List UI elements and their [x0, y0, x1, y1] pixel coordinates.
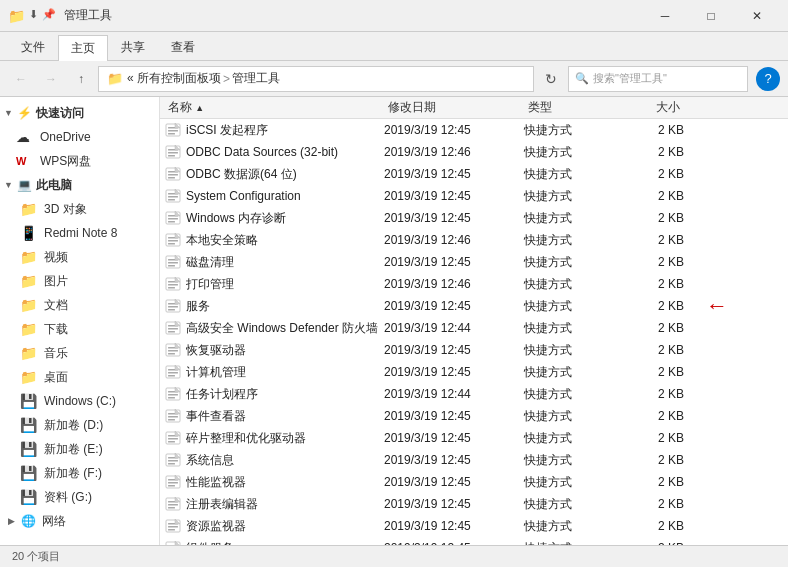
sidebar-item-f-drive[interactable]: 💾 新加卷 (F:) [12, 461, 159, 485]
table-row[interactable]: 注册表编辑器 2019/3/19 12:45 快捷方式 2 KB [160, 493, 788, 515]
table-row[interactable]: 事件查看器 2019/3/19 12:45 快捷方式 2 KB [160, 405, 788, 427]
sidebar-item-g-drive[interactable]: 💾 资料 (G:) [12, 485, 159, 509]
tab-view[interactable]: 查看 [158, 34, 208, 60]
table-row[interactable]: 打印管理 2019/3/19 12:46 快捷方式 2 KB [160, 273, 788, 295]
table-row[interactable]: 系统信息 2019/3/19 12:45 快捷方式 2 KB [160, 449, 788, 471]
pictures-label: 图片 [44, 273, 151, 290]
table-row[interactable]: 恢复驱动器 2019/3/19 12:45 快捷方式 2 KB [160, 339, 788, 361]
sidebar-item-documents[interactable]: 📁 文档 [12, 293, 159, 317]
svg-rect-58 [168, 438, 178, 440]
table-row[interactable]: Windows 内存诊断 2019/3/19 12:45 快捷方式 2 KB [160, 207, 788, 229]
file-size: 2 KB [624, 255, 684, 269]
folder-3d-icon: 📁 [20, 201, 38, 217]
file-name: 任务计划程序 [186, 386, 258, 403]
up-button[interactable]: ↑ [68, 66, 94, 92]
table-row[interactable]: System Configuration 2019/3/19 12:45 快捷方… [160, 185, 788, 207]
table-row[interactable]: 高级安全 Windows Defender 防火墙 2019/3/19 12:4… [160, 317, 788, 339]
tab-file[interactable]: 文件 [8, 34, 58, 60]
desktop-label: 桌面 [44, 369, 151, 386]
sidebar-item-desktop[interactable]: 📁 桌面 [12, 365, 159, 389]
e-drive-label: 新加卷 (E:) [44, 441, 151, 458]
file-name: Windows 内存诊断 [186, 210, 286, 227]
table-row[interactable]: 组件服务 2019/3/19 12:45 快捷方式 2 KB [160, 537, 788, 545]
col-header-size[interactable]: 大小 [624, 99, 684, 116]
svg-rect-34 [168, 306, 178, 308]
file-date: 2019/3/19 12:46 [384, 145, 524, 159]
col-header-type[interactable]: 类型 [524, 99, 624, 116]
file-size: 2 KB [624, 123, 684, 137]
tab-home[interactable]: 主页 [58, 35, 108, 61]
file-name-cell: 恢复驱动器 [164, 341, 384, 359]
documents-label: 文档 [44, 297, 151, 314]
svg-rect-63 [168, 463, 175, 465]
sidebar-item-pictures[interactable]: 📁 图片 [12, 269, 159, 293]
sidebar-item-wps[interactable]: W WPS网盘 [0, 149, 159, 173]
table-row[interactable]: 资源监视器 2019/3/19 12:45 快捷方式 2 KB [160, 515, 788, 537]
sidebar-item-video[interactable]: 📁 视频 [12, 245, 159, 269]
table-row[interactable]: 磁盘清理 2019/3/19 12:45 快捷方式 2 KB [160, 251, 788, 273]
forward-button[interactable]: → [38, 66, 64, 92]
documents-icon: 📁 [20, 297, 38, 313]
table-row[interactable]: ODBC Data Sources (32-bit) 2019/3/19 12:… [160, 141, 788, 163]
file-date: 2019/3/19 12:45 [384, 475, 524, 489]
file-name: 组件服务 [186, 540, 234, 546]
help-button[interactable]: ? [756, 67, 780, 91]
file-size: 2 KB [624, 189, 684, 203]
sidebar-item-music[interactable]: 📁 音乐 [12, 341, 159, 365]
table-row[interactable]: 性能监视器 2019/3/19 12:45 快捷方式 2 KB [160, 471, 788, 493]
onedrive-label: OneDrive [40, 130, 151, 144]
file-type: 快捷方式 [524, 430, 624, 447]
back-button[interactable]: ← [8, 66, 34, 92]
col-header-name[interactable]: 名称 ▲ [164, 99, 384, 116]
table-row[interactable]: 服务 2019/3/19 12:45 快捷方式 2 KB ← [160, 295, 788, 317]
maximize-button[interactable]: □ [688, 0, 734, 32]
path-root: « 所有控制面板项 [127, 70, 221, 87]
file-name: ODBC 数据源(64 位) [186, 166, 297, 183]
sidebar-item-redmi[interactable]: 📱 Redmi Note 8 [12, 221, 159, 245]
sidebar-item-e-drive[interactable]: 💾 新加卷 (E:) [12, 437, 159, 461]
search-box[interactable]: 🔍 搜索"管理工具" [568, 66, 748, 92]
table-row[interactable]: 计算机管理 2019/3/19 12:45 快捷方式 2 KB [160, 361, 788, 383]
table-row[interactable]: iSCSI 发起程序 2019/3/19 12:45 快捷方式 2 KB [160, 119, 788, 141]
sidebar-item-downloads[interactable]: 📁 下载 [12, 317, 159, 341]
file-date: 2019/3/19 12:45 [384, 299, 524, 313]
minimize-button[interactable]: ─ [642, 0, 688, 32]
svg-rect-10 [168, 174, 178, 176]
file-name: 恢复驱动器 [186, 342, 246, 359]
pin-icon: 📌 [42, 8, 56, 24]
svg-rect-50 [168, 394, 178, 396]
table-row[interactable]: 碎片整理和优化驱动器 2019/3/19 12:45 快捷方式 2 KB [160, 427, 788, 449]
file-size: 2 KB [624, 299, 684, 313]
file-name-cell: 计算机管理 [164, 363, 384, 381]
file-name: 本地安全策略 [186, 232, 258, 249]
sidebar-item-3d[interactable]: 📁 3D 对象 [12, 197, 159, 221]
sidebar-item-d-drive[interactable]: 💾 新加卷 (D:) [12, 413, 159, 437]
file-size: 2 KB [624, 475, 684, 489]
table-row[interactable]: 本地安全策略 2019/3/19 12:46 快捷方式 2 KB [160, 229, 788, 251]
refresh-button[interactable]: ↻ [538, 66, 564, 92]
address-path[interactable]: 📁 « 所有控制面板项 > 管理工具 [98, 66, 534, 92]
file-icon [164, 319, 182, 337]
file-name: 资源监视器 [186, 518, 246, 535]
sidebar-item-c-drive[interactable]: 💾 Windows (C:) [12, 389, 159, 413]
file-name-cell: 磁盘清理 [164, 253, 384, 271]
sidebar-item-onedrive[interactable]: ☁ OneDrive [0, 125, 159, 149]
col-header-date[interactable]: 修改日期 [384, 99, 524, 116]
table-row[interactable]: ODBC 数据源(64 位) 2019/3/19 12:45 快捷方式 2 KB [160, 163, 788, 185]
sidebar-group-this-pc[interactable]: ▼ 💻 此电脑 [0, 173, 159, 197]
file-date: 2019/3/19 12:45 [384, 123, 524, 137]
svg-rect-47 [168, 375, 175, 377]
file-date: 2019/3/19 12:45 [384, 343, 524, 357]
file-icon [164, 165, 182, 183]
file-date: 2019/3/19 12:44 [384, 387, 524, 401]
file-icon [164, 473, 182, 491]
tab-share[interactable]: 共享 [108, 34, 158, 60]
table-row[interactable]: 任务计划程序 2019/3/19 12:44 快捷方式 2 KB [160, 383, 788, 405]
close-button[interactable]: ✕ [734, 0, 780, 32]
svg-rect-70 [168, 504, 178, 506]
sidebar-group-quick-access[interactable]: ▼ ⚡ 快速访问 [0, 101, 159, 125]
sidebar-item-network[interactable]: ▶ 🌐 网络 [0, 509, 159, 533]
svg-rect-11 [168, 177, 175, 179]
window-controls: ─ □ ✕ [642, 0, 780, 32]
file-size: 2 KB [624, 519, 684, 533]
